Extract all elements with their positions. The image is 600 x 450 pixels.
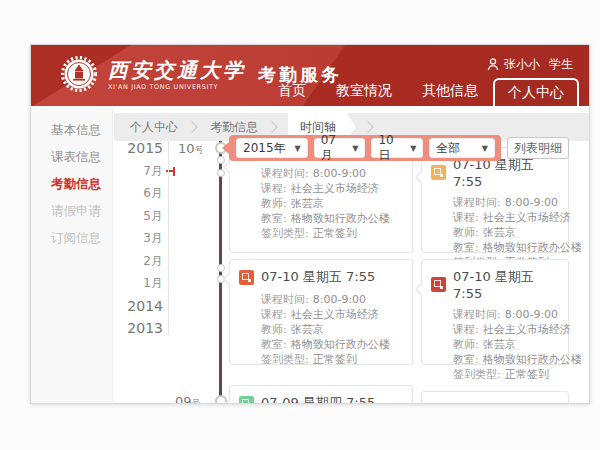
card-field: 课程时间:8:00-9:00: [261, 166, 402, 181]
list-detail-button[interactable]: 列表明细: [507, 137, 569, 159]
sidebar-item[interactable]: 订阅信息: [31, 224, 112, 251]
month-select[interactable]: 07月▼: [314, 138, 366, 158]
attendance-card[interactable]: 07-10 星期五 7:55课程时间:8:00-9:00课程:社会主义市场经济教…: [421, 259, 569, 365]
scale-month[interactable]: 6月: [123, 182, 163, 205]
user-role: 学生: [549, 56, 573, 73]
card-field: 课程:社会主义市场经济: [261, 307, 402, 322]
nav-item-link[interactable]: 教室情况: [321, 77, 407, 103]
scale-month[interactable]: 7月: [123, 160, 163, 183]
card-title: 07-09 星期四 7:55: [230, 386, 412, 404]
year-select[interactable]: 2015年▼: [236, 138, 308, 158]
card-field: 课程时间:8:00-9:00: [453, 195, 558, 210]
card-field: 课程:社会主义市场经济: [261, 181, 402, 196]
card-field: 签到类型:正常签到: [261, 226, 402, 241]
attendance-stamp-icon: [431, 165, 446, 180]
card-field: 教室:格物致知行政办公楼: [453, 240, 558, 255]
card-title-text: 07-10 星期五 7:55: [261, 268, 375, 286]
chevron-down-icon: ▼: [352, 144, 358, 153]
breadcrumb-item[interactable]: 考勤信息: [208, 119, 260, 136]
card-field: 教师:张芸京: [453, 337, 558, 352]
chevron-down-icon: ▼: [482, 144, 488, 153]
user-name: 张小小: [504, 56, 540, 73]
year-select-value: 2015年: [243, 140, 286, 157]
university-logo-icon: [59, 54, 99, 94]
card-field: 教室:格物致知行政办公楼: [261, 337, 402, 352]
breadcrumb-item[interactable]: 个人中心: [128, 119, 180, 136]
scale-month[interactable]: 1月: [123, 272, 163, 295]
university-name-en: XI'AN JIAO TONG UNIVERSITY: [108, 83, 246, 91]
card-field: 课程时间:8:00-9:00: [453, 307, 558, 322]
sidebar-item[interactable]: 基本信息: [31, 116, 112, 143]
card-field: 教师:张芸京: [261, 322, 402, 337]
day-select[interactable]: 10日▼: [371, 138, 423, 158]
card-fields: 课程时间:8:00-9:00课程:社会主义市场经济教师:张芸京教室:格物致知行政…: [422, 304, 568, 390]
attendance-stamp-icon: [431, 277, 446, 292]
card-field: 教室:格物致知行政办公楼: [261, 211, 402, 226]
chevron-right-icon: [266, 121, 277, 132]
attendance-card[interactable]: 07-10 星期五 7:55课程时间:8:00-9:00课程:社会主义市场经济教…: [229, 259, 413, 365]
sidebar: 基本信息课表信息考勤信息请假申请订阅信息: [31, 106, 113, 403]
attendance-card[interactable]: [421, 391, 569, 404]
app-window: 西安交通大学 XI'AN JIAO TONG UNIVERSITY 考勤服务 张…: [30, 44, 590, 404]
card-field: 课程:社会主义市场经济: [453, 210, 558, 225]
card-field: 课程时间:8:00-9:00: [261, 292, 402, 307]
day-label: 10号: [178, 141, 204, 157]
card-title-text: 07-10 星期五 7:55: [453, 268, 558, 301]
month-select-value: 07月: [321, 133, 348, 164]
current-month-tick: [173, 167, 175, 176]
card-field: 课程:社会主义市场经济: [453, 322, 558, 337]
nav-item-link[interactable]: 首页: [263, 77, 321, 103]
scale-year[interactable]: 2013: [123, 317, 163, 340]
scale-month[interactable]: 2月: [123, 250, 163, 273]
card-fields: 课程时间:8:00-9:00课程:社会主义市场经济教师:张芸京教室:格物致知行政…: [230, 289, 412, 375]
scale-month[interactable]: 5月: [123, 205, 163, 228]
timeline-axis: [219, 141, 222, 403]
chevron-right-icon: [362, 121, 373, 132]
type-select-value: 全部: [436, 140, 460, 157]
main-nav: 首页教室情况其他信息个人中心: [263, 77, 579, 106]
scale-year[interactable]: 2015: [123, 137, 163, 160]
sidebar-item[interactable]: 课表信息: [31, 143, 112, 170]
card-field: 教师:张芸京: [453, 225, 558, 240]
timeline-scale: 20157月6月5月3月2月1月20142013: [123, 137, 163, 340]
card-field: 签到类型:正常签到: [261, 352, 402, 367]
date-filter-bar: 2015年▼07月▼10日▼全部▼: [229, 135, 501, 161]
chevron-right-icon: [186, 121, 197, 132]
card-title: 07-10 星期五 7:55: [230, 260, 412, 289]
day-select-value: 10日: [378, 133, 405, 164]
card-title: 07-10 星期五 7:55: [422, 260, 568, 304]
chevron-down-icon: ▼: [410, 144, 416, 153]
attendance-card[interactable]: 07-09 星期四 7:55: [229, 385, 413, 404]
scale-divider: [168, 141, 169, 335]
university-name-cn: 西安交通大学: [108, 58, 246, 82]
attendance-card[interactable]: 07-10 星期五 7:55课程时间:8:00-9:00课程:社会主义市场经济教…: [421, 147, 569, 253]
user-info[interactable]: 张小小 学生: [487, 56, 573, 73]
day-label: 09号: [175, 394, 201, 404]
type-select[interactable]: 全部▼: [429, 138, 495, 158]
card-field: 教师:张芸京: [261, 196, 402, 211]
card-field: 签到类型:正常签到: [453, 367, 558, 382]
brand-text: 西安交通大学 XI'AN JIAO TONG UNIVERSITY: [108, 58, 246, 91]
header: 西安交通大学 XI'AN JIAO TONG UNIVERSITY 考勤服务 张…: [31, 45, 589, 106]
card-field: 教室:格物致知行政办公楼: [453, 352, 558, 367]
scale-year[interactable]: 2014: [123, 295, 163, 318]
nav-item-active[interactable]: 个人中心: [493, 78, 579, 106]
sidebar-item[interactable]: 考勤信息: [31, 170, 112, 197]
scale-month[interactable]: 3月: [123, 227, 163, 250]
attendance-stamp-icon: [239, 270, 254, 285]
card-title-text: 07-09 星期四 7:55: [261, 394, 375, 404]
person-icon: [487, 58, 499, 71]
chevron-down-icon: ▼: [295, 144, 301, 153]
attendance-stamp-icon: [239, 396, 254, 405]
sidebar-item[interactable]: 请假申请: [31, 197, 112, 224]
nav-item-link[interactable]: 其他信息: [407, 77, 493, 103]
timeline-node: [217, 264, 225, 272]
